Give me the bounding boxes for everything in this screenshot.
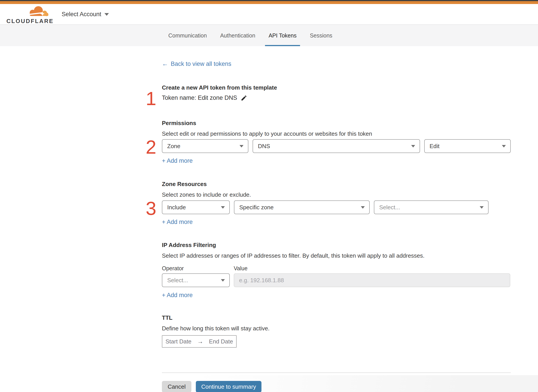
operator-label: Operator — [162, 265, 184, 272]
tab-authentication[interactable]: Authentication — [220, 25, 256, 46]
zone-resources-row: Include Specific zone Select... — [162, 201, 489, 214]
continue-to-summary-button[interactable]: Continue to summary — [196, 381, 262, 392]
token-name-row: Token name: Edit zone DNS — [162, 94, 247, 101]
zone-resources-add-more-link[interactable]: + Add more — [162, 219, 193, 225]
account-selector[interactable]: Select Account — [62, 4, 109, 25]
footer-actions: Cancel Continue to summary — [162, 381, 262, 392]
zone-resources-description: Select zones to include or exclude. — [162, 191, 251, 198]
tab-communication[interactable]: Communication — [168, 25, 207, 46]
ip-value-input[interactable] — [234, 273, 510, 287]
step-number-3: 3 — [144, 199, 158, 218]
ip-operator-dropdown[interactable]: Select... — [162, 273, 230, 287]
ip-filtering-description: Select IP addresses or ranges of IP addr… — [162, 252, 425, 259]
cloudflare-wordmark: CLOUDFLARE — [6, 18, 49, 24]
brand-accent-bar — [0, 1, 538, 4]
zone-select-dropdown[interactable]: Select... — [374, 201, 489, 214]
chevron-down-icon — [239, 145, 243, 147]
permissions-description: Select edit or read permissions to apply… — [162, 130, 372, 137]
tab-api-tokens[interactable]: API Tokens — [268, 25, 297, 46]
chevron-down-icon — [411, 145, 415, 147]
back-link-label: Back to view all tokens — [171, 61, 231, 67]
back-arrow-icon: ← — [162, 60, 168, 67]
tabs: Communication Authentication API Tokens … — [168, 25, 333, 46]
step-number-1: 1 — [144, 89, 158, 108]
edit-token-name-icon[interactable] — [241, 95, 247, 101]
ip-filtering-add-more-link[interactable]: + Add more — [162, 292, 193, 299]
permission-access-dropdown[interactable]: Edit — [424, 139, 511, 153]
value-label: Value — [234, 265, 248, 272]
ttl-end-date: End Date — [209, 338, 233, 345]
date-range-arrow-icon: → — [197, 338, 203, 345]
chevron-down-icon — [104, 13, 109, 16]
ttl-title: TTL — [162, 314, 173, 321]
cancel-button[interactable]: Cancel — [162, 381, 191, 392]
permissions-add-more-link[interactable]: + Add more — [162, 157, 193, 164]
cloudflare-logo[interactable]: CLOUDFLARE — [6, 6, 49, 24]
cloudflare-cloud-icon — [27, 6, 49, 18]
chevron-down-icon — [221, 279, 225, 282]
ip-filtering-row: Select... — [162, 273, 510, 287]
step-number-2: 2 — [144, 137, 158, 157]
tab-sessions[interactable]: Sessions — [309, 25, 333, 46]
ttl-description: Define how long this token will stay act… — [162, 325, 270, 332]
zone-type-dropdown[interactable]: Specific zone — [234, 201, 370, 214]
zone-resources-title: Zone Resources — [162, 181, 207, 187]
create-section-title: Create a new API token from this templat… — [162, 84, 277, 91]
footer-divider — [162, 373, 511, 373]
ttl-date-range-picker[interactable]: Start Date → End Date — [162, 335, 237, 348]
permission-scope-dropdown[interactable]: Zone — [162, 139, 248, 153]
chevron-down-icon — [361, 206, 365, 209]
permissions-title: Permissions — [162, 120, 196, 127]
account-selector-label: Select Account — [62, 11, 101, 18]
ip-filtering-title: IP Address Filtering — [162, 242, 216, 248]
ttl-start-date: Start Date — [165, 338, 191, 345]
permission-service-dropdown[interactable]: DNS — [253, 139, 420, 153]
app-header: CLOUDFLARE Select Account — [0, 4, 538, 25]
zone-mode-dropdown[interactable]: Include — [162, 201, 230, 214]
permissions-row: Zone DNS Edit — [162, 139, 511, 153]
chevron-down-icon — [502, 145, 506, 147]
tab-bar: Communication Authentication API Tokens … — [0, 25, 538, 46]
token-name-text: Token name: Edit zone DNS — [162, 94, 237, 101]
chevron-down-icon — [221, 206, 225, 209]
token-template-form: ← Back to view all tokens 1 Create a new… — [162, 46, 511, 392]
chevron-down-icon — [480, 206, 484, 209]
back-to-tokens-link[interactable]: ← Back to view all tokens — [162, 60, 231, 67]
